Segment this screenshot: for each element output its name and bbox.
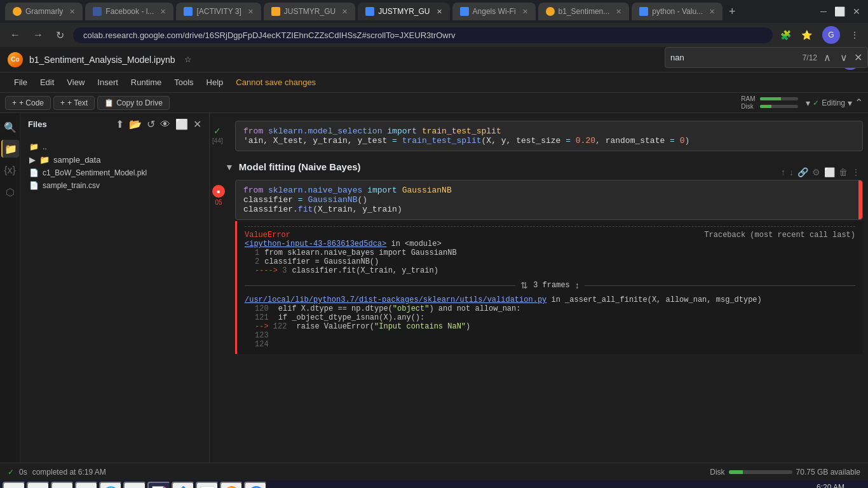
tab-justmyr2-label: JUSTMYR_GU	[378, 7, 430, 16]
tab-justmyr1-close[interactable]: ✕	[342, 8, 348, 16]
frames-prev-button[interactable]: ⇅	[520, 280, 528, 290]
new-folder-button[interactable]: 📂	[129, 118, 142, 130]
file-pkl[interactable]: 📄 c1_BoW_Sentiment_Model.pkl	[25, 166, 204, 179]
stop-cell-button[interactable]: ■	[212, 185, 225, 198]
add-text-button[interactable]: + + Text	[53, 96, 95, 110]
search-panel-icon[interactable]: 🔍	[1, 118, 19, 136]
tab-facebook-close[interactable]: ✕	[160, 8, 166, 16]
close-files-button[interactable]: ⬜	[175, 118, 188, 130]
copy-drive-button[interactable]: 📋 Copy to Drive	[97, 96, 170, 110]
tab-grammarly[interactable]: Grammarly ✕	[5, 3, 83, 20]
disk-bar	[760, 105, 798, 108]
search-input[interactable]	[670, 53, 799, 62]
upload-file-button[interactable]: ⬆	[116, 118, 124, 130]
cell-expand-button[interactable]: ⬜	[823, 166, 836, 179]
taskbar-taskview-button[interactable]: 🗂	[51, 482, 74, 488]
file-parent[interactable]: 📁 ..	[25, 140, 204, 153]
ram-disk-expand-button[interactable]: ▾	[806, 98, 810, 108]
validation-file-link[interactable]: /usr/local/lib/python3.7/dist-packages/s…	[245, 295, 546, 304]
add-code-button[interactable]: + + Code	[5, 96, 51, 110]
editing-expand-button[interactable]: ▾	[848, 98, 852, 108]
star-icon[interactable]: ☆	[184, 55, 192, 64]
disk-progress-bar	[729, 470, 792, 474]
taskbar-start-button[interactable]: ⊞	[3, 482, 25, 488]
disk-label: Disk	[741, 103, 757, 110]
cell-move-up-button[interactable]: ↑	[780, 166, 787, 179]
minimize-button[interactable]: ─	[818, 4, 829, 19]
taskbar-notepad-button[interactable]: 📝	[147, 482, 170, 488]
back-button[interactable]: ←	[6, 28, 24, 42]
tab-b1sentiment[interactable]: b1_Sentimen... ✕	[538, 3, 630, 20]
collapse-toolbar-button[interactable]: ⌃	[855, 97, 863, 109]
tab-activity-close[interactable]: ✕	[248, 8, 254, 16]
tab-facebook[interactable]: Facebook - l... ✕	[85, 3, 173, 20]
bookmark-button[interactable]: ⭐	[799, 27, 815, 43]
close-sidebar-button[interactable]: ✕	[193, 118, 201, 130]
b1sentiment-favicon	[546, 7, 555, 16]
tab-grammarly-close[interactable]: ✕	[69, 8, 75, 16]
justmyr1-favicon	[271, 7, 280, 16]
files-panel-icon[interactable]: 📁	[1, 140, 19, 158]
refresh-files-button[interactable]: ↺	[147, 118, 155, 130]
file-csv[interactable]: 📄 sample_train.csv	[25, 179, 204, 192]
taskbar-vs-button[interactable]: 🔷	[172, 482, 194, 488]
menu-runtime[interactable]: Runtime	[125, 75, 168, 90]
tab-justmyr1-label: JUSTMYR_GU	[284, 7, 336, 16]
menu-insert[interactable]: Insert	[91, 75, 125, 90]
hide-files-button[interactable]: 👁	[160, 118, 170, 130]
cell-check-icon: ✓	[214, 126, 221, 136]
user-avatar: G	[822, 26, 840, 44]
tab-justmyr2-close[interactable]: ✕	[437, 8, 442, 16]
taskbar-edge-button[interactable]: 🌐	[99, 482, 122, 488]
cell-link-button[interactable]: 🔗	[796, 166, 810, 179]
menu-help[interactable]: Help	[200, 75, 230, 90]
section-toggle-button[interactable]: ▼	[225, 162, 234, 172]
cell-code-content[interactable]: from sklearn.model_selection import trai…	[235, 121, 863, 151]
frames-nav-button[interactable]: ↕	[575, 280, 580, 290]
menu-file[interactable]: File	[8, 75, 34, 90]
reload-button[interactable]: ↻	[52, 28, 68, 43]
cell-settings-button[interactable]: ⚙	[811, 166, 822, 179]
cell-more-button[interactable]: ⋮	[850, 166, 862, 179]
cell-code-naive-bayes[interactable]: from sklearn.naive_bayes import Gaussian…	[235, 180, 863, 220]
tab-justmyr2[interactable]: JUSTMYR_GU ✕	[358, 3, 449, 20]
tab-justmyr1[interactable]: JUSTMYR_GU ✕	[264, 3, 355, 20]
tab-python-close[interactable]: ✕	[709, 8, 715, 16]
menu-edit[interactable]: Edit	[34, 75, 60, 90]
new-tab-button[interactable]: +	[725, 5, 740, 18]
taskbar-search-button[interactable]: 🔍	[27, 482, 50, 488]
cell-naive-bayes: ↑ ↓ 🔗 ⚙ ⬜ 🗑 ⋮ ■ 05 from sklearn.naive_ba…	[235, 180, 863, 354]
folder-sample-data[interactable]: ▶ 📁 sample_data	[25, 153, 204, 166]
tab-activity[interactable]: [ACTIVITY 3] ✕	[176, 3, 261, 20]
taskbar-explorer-button[interactable]: 📁	[75, 482, 98, 488]
search-close-button[interactable]: ✕	[854, 51, 862, 64]
taskbar-chrome-button[interactable]: 🟠	[220, 482, 243, 488]
tab-b1sentiment-close[interactable]: ✕	[616, 8, 621, 16]
taskbar-excel-button[interactable]: 📊	[196, 482, 219, 488]
close-button[interactable]: ✕	[850, 4, 863, 19]
tab-python[interactable]: python - Valu... ✕	[632, 3, 722, 20]
tab-angels[interactable]: Angels Wi-Fi ✕	[452, 3, 536, 20]
search-next-button[interactable]: ∨	[837, 50, 850, 65]
ipython-input-link[interactable]: <ipython-input-43-863613ed5dca>	[245, 240, 386, 248]
search-prev-button[interactable]: ∧	[821, 50, 834, 65]
menu-tools[interactable]: Tools	[168, 75, 200, 90]
cannot-save-label[interactable]: Cannot save changes	[236, 78, 316, 87]
folder-icon: 📁	[39, 155, 50, 165]
in-module-text: in <module>	[391, 240, 441, 248]
cell-delete-button[interactable]: 🗑	[837, 166, 849, 179]
forward-button[interactable]: →	[29, 28, 47, 42]
extensions-button[interactable]: 🧩	[778, 27, 794, 43]
taskbar-app2-button[interactable]: 🌀	[244, 482, 267, 488]
address-input[interactable]	[73, 27, 773, 43]
menu-view[interactable]: View	[60, 75, 91, 90]
variables-panel-icon[interactable]: {x}	[1, 161, 19, 179]
tab-angels-close[interactable]: ✕	[522, 8, 528, 16]
cell-move-down-button[interactable]: ↓	[788, 166, 795, 179]
restore-button[interactable]: ⬜	[832, 4, 848, 19]
profile-button[interactable]: G	[820, 24, 843, 46]
snippets-panel-icon[interactable]: ⬡	[1, 183, 19, 201]
menu-button[interactable]: ⋮	[848, 27, 862, 43]
notebook-toolbar: + + Code + + Text 📋 Copy to Drive RAM Di…	[0, 93, 868, 113]
taskbar-mail-button[interactable]: ✉	[123, 482, 146, 488]
